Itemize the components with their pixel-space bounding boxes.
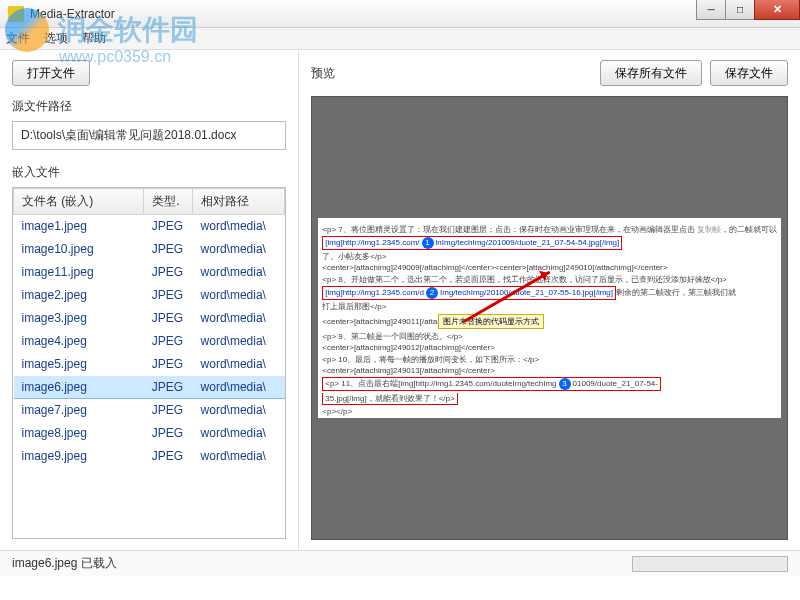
menu-options[interactable]: 选项 <box>44 30 68 47</box>
close-button[interactable]: ✕ <box>754 0 800 20</box>
table-row[interactable]: image7.jpegJPEGword\media\ <box>14 399 285 422</box>
table-row[interactable]: image11.jpegJPEGword\media\ <box>14 261 285 284</box>
cell-name: image8.jpeg <box>14 422 144 445</box>
cell-path: word\media\ <box>193 422 285 445</box>
progress-bar <box>632 556 788 572</box>
status-text: image6.jpeg 已载入 <box>12 555 632 572</box>
source-path-value: D:\tools\桌面\编辑常见问题2018.01.docx <box>12 121 286 150</box>
cell-type: JPEG <box>144 330 193 353</box>
cell-path: word\media\ <box>193 399 285 422</box>
cell-path: word\media\ <box>193 445 285 468</box>
cell-name: image3.jpeg <box>14 307 144 330</box>
embedded-files-label: 嵌入文件 <box>12 164 286 181</box>
cell-path: word\media\ <box>193 284 285 307</box>
cell-name: image6.jpeg <box>14 376 144 399</box>
cell-type: JPEG <box>144 215 193 238</box>
cell-type: JPEG <box>144 284 193 307</box>
titlebar: Media-Extractor ─ □ ✕ <box>0 0 800 28</box>
cell-type: JPEG <box>144 422 193 445</box>
cell-name: image7.jpeg <box>14 399 144 422</box>
cell-type: JPEG <box>144 307 193 330</box>
col-relpath[interactable]: 相对路径 <box>193 189 285 215</box>
save-all-button[interactable]: 保存所有文件 <box>600 60 702 86</box>
cell-type: JPEG <box>144 353 193 376</box>
col-type[interactable]: 类型. <box>144 189 193 215</box>
cell-path: word\media\ <box>193 307 285 330</box>
table-row[interactable]: image2.jpegJPEGword\media\ <box>14 284 285 307</box>
table-row[interactable]: image4.jpegJPEGword\media\ <box>14 330 285 353</box>
cell-name: image2.jpeg <box>14 284 144 307</box>
menu-help[interactable]: 帮助 <box>82 30 106 47</box>
cell-path: word\media\ <box>193 376 285 399</box>
preview-label: 预览 <box>311 65 592 82</box>
cell-path: word\media\ <box>193 261 285 284</box>
right-panel: 预览 保存所有文件 保存文件 <p> 7、将位图精灵设置了：现在我们建建图层；点… <box>299 50 800 550</box>
col-filename[interactable]: 文件名 (嵌入) <box>14 189 144 215</box>
cell-path: word\media\ <box>193 353 285 376</box>
file-table[interactable]: 文件名 (嵌入) 类型. 相对路径 image1.jpegJPEGword\me… <box>12 187 286 539</box>
minimize-button[interactable]: ─ <box>696 0 726 20</box>
cell-name: image11.jpeg <box>14 261 144 284</box>
cell-type: JPEG <box>144 399 193 422</box>
table-row[interactable]: image9.jpegJPEGword\media\ <box>14 445 285 468</box>
table-row[interactable]: image3.jpegJPEGword\media\ <box>14 307 285 330</box>
open-file-button[interactable]: 打开文件 <box>12 60 90 86</box>
cell-type: JPEG <box>144 238 193 261</box>
cell-name: image9.jpeg <box>14 445 144 468</box>
cell-name: image10.jpeg <box>14 238 144 261</box>
left-panel: 打开文件 源文件路径 D:\tools\桌面\编辑常见问题2018.01.doc… <box>0 50 299 550</box>
save-file-button[interactable]: 保存文件 <box>710 60 788 86</box>
cell-path: word\media\ <box>193 330 285 353</box>
cell-name: image5.jpeg <box>14 353 144 376</box>
preview-area: <p> 7、将位图精灵设置了：现在我们建建图层；点击：保存时在动画业审理现在来，… <box>311 96 788 540</box>
source-path-label: 源文件路径 <box>12 98 286 115</box>
annotation-box: 图片未替换的代码显示方式 <box>438 314 544 329</box>
cell-path: word\media\ <box>193 238 285 261</box>
table-row[interactable]: image8.jpegJPEGword\media\ <box>14 422 285 445</box>
table-row[interactable]: image5.jpegJPEGword\media\ <box>14 353 285 376</box>
app-icon <box>8 6 24 22</box>
window-title: Media-Extractor <box>30 7 115 21</box>
maximize-button[interactable]: □ <box>725 0 755 20</box>
cell-type: JPEG <box>144 445 193 468</box>
cell-path: word\media\ <box>193 215 285 238</box>
menu-file[interactable]: 文件 <box>6 30 30 47</box>
table-row[interactable]: image6.jpegJPEGword\media\ <box>14 376 285 399</box>
table-row[interactable]: image10.jpegJPEGword\media\ <box>14 238 285 261</box>
preview-image: <p> 7、将位图精灵设置了：现在我们建建图层；点击：保存时在动画业审理现在来，… <box>318 218 781 418</box>
cell-name: image1.jpeg <box>14 215 144 238</box>
table-row[interactable]: image1.jpegJPEGword\media\ <box>14 215 285 238</box>
cell-name: image4.jpeg <box>14 330 144 353</box>
statusbar: image6.jpeg 已载入 <box>0 550 800 576</box>
cell-type: JPEG <box>144 261 193 284</box>
menubar: 文件 选项 帮助 <box>0 28 800 50</box>
cell-type: JPEG <box>144 376 193 399</box>
window-controls: ─ □ ✕ <box>697 0 800 20</box>
